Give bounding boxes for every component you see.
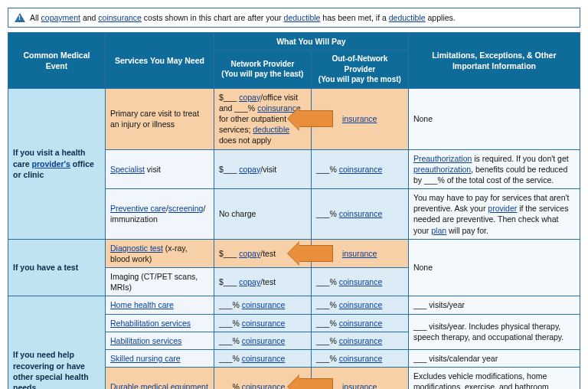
- preauth-link-2[interactable]: preauthorization: [413, 165, 471, 174]
- oon-habil: ___% coinsurance: [311, 332, 408, 349]
- deductible-link-2[interactable]: deductible: [389, 13, 426, 22]
- svc-skilled: Skilled nursing care: [105, 349, 214, 367]
- copay-link-3[interactable]: copay: [239, 249, 260, 258]
- alert-icon: [15, 13, 25, 22]
- arrow-icon: [298, 245, 333, 262]
- insurance-link-3[interactable]: insurance: [342, 382, 377, 389]
- coinsurance-link-11[interactable]: coinsurance: [339, 336, 383, 345]
- diagnostic-link[interactable]: Diagnostic test: [110, 244, 163, 253]
- net-imaging: $___ copay/test: [214, 268, 311, 296]
- plan-link[interactable]: plan: [431, 226, 446, 235]
- copay-link[interactable]: copay: [239, 93, 260, 102]
- hdr-oon: Out-of-Network Provider (You will pay th…: [311, 51, 408, 89]
- svc-specialist: Specialist visit: [105, 149, 214, 189]
- oon-primary: insurance: [311, 88, 408, 149]
- net-skilled: ___% coinsurance: [214, 349, 311, 367]
- row-home: If you need help recovering or have othe…: [8, 296, 580, 314]
- net-habil: ___% coinsurance: [214, 332, 311, 349]
- oon-dme: insurance: [311, 368, 408, 389]
- net-preventive: No charge: [214, 189, 311, 240]
- oon-diagnostic: insurance: [311, 239, 408, 267]
- svc-diagnostic: Diagnostic test (x-ray, blood work): [105, 239, 214, 267]
- info-banner: All copayment and coinsurance costs show…: [8, 8, 580, 28]
- oon-preventive: ___% coinsurance: [311, 189, 408, 240]
- event-recover: If you need help recovering or have othe…: [8, 296, 106, 389]
- oon-skilled: ___% coinsurance: [311, 349, 408, 367]
- lim-dme: Excludes vehicle modifications, home mod…: [408, 368, 580, 389]
- screening-link[interactable]: screening: [168, 204, 204, 213]
- coinsurance-link-13[interactable]: coinsurance: [339, 354, 383, 363]
- net-home: ___% coinsurance: [214, 296, 311, 314]
- arrow-icon: [298, 378, 333, 389]
- habil-link[interactable]: Habilitation services: [110, 336, 181, 345]
- svc-rehab: Rehabilitation services: [105, 314, 214, 332]
- benefits-table: Common Medical Event Services You May Ne…: [8, 32, 580, 389]
- lim-preventive: You may have to pay for services that ar…: [408, 189, 580, 240]
- lim-rehab: ___ visits/year. Includes physical thera…: [408, 314, 580, 349]
- coinsurance-link-14[interactable]: coinsurance: [242, 382, 286, 389]
- hdr-event: Common Medical Event: [8, 33, 106, 89]
- banner-text: All copayment and coinsurance costs show…: [30, 13, 456, 22]
- oon-imaging: ___% coinsurance: [311, 268, 408, 296]
- lim-test: None: [408, 239, 580, 296]
- lim-primary: None: [408, 88, 580, 149]
- lim-specialist: Preauthorization is required. If you don…: [408, 149, 580, 189]
- svc-habil: Habilitation services: [105, 332, 214, 349]
- deductible-link-3[interactable]: deductible: [253, 125, 289, 134]
- oon-home: ___% coinsurance: [311, 296, 408, 314]
- svc-dme: Durable medical equipment: [105, 368, 214, 389]
- lim-skilled: ___ visits/calendar year: [408, 349, 580, 367]
- copay-link-2[interactable]: copay: [239, 165, 260, 174]
- svc-home: Home health care: [105, 296, 214, 314]
- svc-imaging: Imaging (CT/PET scans, MRIs): [105, 268, 214, 296]
- oon-rehab: ___% coinsurance: [311, 314, 408, 332]
- coinsurance-link-9[interactable]: coinsurance: [339, 319, 383, 328]
- net-specialist: $___ copay/visit: [214, 149, 311, 189]
- hdr-network: Network Provider (You will pay the least…: [214, 51, 311, 89]
- lim-home: ___ visits/year: [408, 296, 580, 314]
- rehab-link[interactable]: Rehabilitation services: [110, 319, 191, 328]
- coinsurance-link-7[interactable]: coinsurance: [339, 300, 383, 309]
- row-diagnostic: If you have a test Diagnostic test (x-ra…: [8, 239, 580, 267]
- provider-link[interactable]: provider's: [32, 159, 70, 168]
- coinsurance-link-8[interactable]: coinsurance: [242, 319, 286, 328]
- svc-primary: Primary care visit to treat an injury or…: [105, 88, 214, 149]
- preventive-link[interactable]: Preventive care: [110, 204, 166, 213]
- coinsurance-link-10[interactable]: coinsurance: [242, 336, 286, 345]
- insurance-link-2[interactable]: insurance: [342, 249, 377, 258]
- hdr-services: Services You May Need: [105, 33, 214, 89]
- event-visit: If you visit a health care provider's of…: [8, 88, 106, 239]
- net-rehab: ___% coinsurance: [214, 314, 311, 332]
- coinsurance-link-6[interactable]: coinsurance: [242, 300, 286, 309]
- home-health-link[interactable]: Home health care: [110, 300, 174, 309]
- preauth-link[interactable]: Preauthorization: [413, 154, 472, 163]
- oon-specialist: ___% coinsurance: [311, 149, 408, 189]
- coinsurance-link-4[interactable]: coinsurance: [339, 209, 383, 218]
- coinsurance-link-3[interactable]: coinsurance: [339, 165, 383, 174]
- event-test: If you have a test: [8, 239, 106, 296]
- hdr-pay-group: What You Will Pay: [214, 33, 408, 51]
- row-primary-care: If you visit a health care provider's of…: [8, 88, 580, 149]
- coinsurance-link-12[interactable]: coinsurance: [242, 354, 286, 363]
- coinsurance-link[interactable]: coinsurance: [98, 13, 142, 22]
- coinsurance-link-5[interactable]: coinsurance: [339, 277, 383, 286]
- skilled-link[interactable]: Skilled nursing care: [110, 354, 181, 363]
- hdr-limits: Limitations, Exceptions, & Other Importa…: [408, 33, 580, 89]
- copayment-link[interactable]: copayment: [41, 13, 80, 22]
- deductible-link[interactable]: deductible: [284, 13, 321, 22]
- dme-link[interactable]: Durable medical equipment: [110, 382, 208, 389]
- svc-preventive: Preventive care/screening/ immunization: [105, 189, 214, 240]
- provider-link-2[interactable]: provider: [488, 204, 517, 213]
- insurance-link[interactable]: insurance: [342, 114, 377, 123]
- specialist-link[interactable]: Specialist: [110, 165, 145, 174]
- copay-link-4[interactable]: copay: [239, 277, 260, 286]
- arrow-icon: [298, 110, 333, 127]
